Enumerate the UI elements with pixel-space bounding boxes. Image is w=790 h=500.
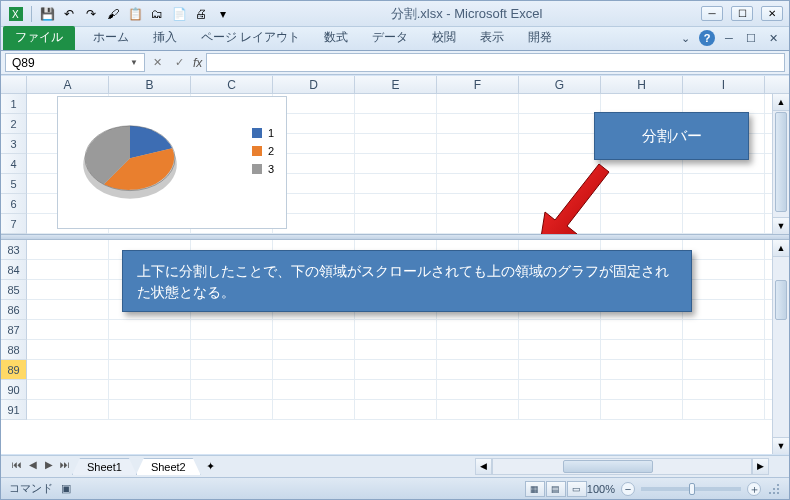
row-header[interactable]: 7 bbox=[1, 214, 27, 234]
enter-formula-icon[interactable]: ✓ bbox=[171, 55, 187, 71]
cell[interactable] bbox=[109, 340, 191, 359]
cell[interactable] bbox=[437, 320, 519, 339]
cell[interactable] bbox=[519, 360, 601, 379]
minimize-button[interactable]: ─ bbox=[701, 6, 723, 21]
cell[interactable] bbox=[27, 240, 109, 259]
resize-grip-icon[interactable] bbox=[767, 482, 781, 496]
tab-review[interactable]: 校閲 bbox=[420, 26, 468, 50]
view-normal-icon[interactable]: ▦ bbox=[525, 481, 545, 497]
zoom-slider[interactable] bbox=[641, 487, 741, 491]
doc-restore-icon[interactable]: ☐ bbox=[743, 30, 759, 46]
cell[interactable] bbox=[437, 134, 519, 153]
cell[interactable] bbox=[601, 380, 683, 399]
cell[interactable] bbox=[601, 94, 683, 113]
cell[interactable] bbox=[683, 174, 765, 193]
qat-extra1-icon[interactable]: 🖌 bbox=[104, 5, 122, 23]
row-header[interactable]: 83 bbox=[1, 240, 27, 260]
new-sheet-icon[interactable]: ✦ bbox=[201, 460, 221, 473]
cell[interactable] bbox=[683, 260, 765, 279]
cell[interactable] bbox=[519, 340, 601, 359]
row-header[interactable]: 87 bbox=[1, 320, 27, 340]
qat-extra4-icon[interactable]: 📄 bbox=[170, 5, 188, 23]
cell[interactable] bbox=[601, 340, 683, 359]
cell[interactable] bbox=[273, 360, 355, 379]
cell[interactable] bbox=[355, 174, 437, 193]
cell[interactable] bbox=[27, 380, 109, 399]
col-header[interactable]: C bbox=[191, 76, 273, 93]
cell[interactable] bbox=[437, 174, 519, 193]
cell[interactable] bbox=[683, 320, 765, 339]
cell[interactable] bbox=[437, 94, 519, 113]
cell[interactable] bbox=[355, 194, 437, 213]
cell[interactable] bbox=[355, 360, 437, 379]
macro-record-icon[interactable]: ▣ bbox=[61, 482, 71, 495]
row-header[interactable]: 1 bbox=[1, 94, 27, 114]
vscroll-bottom[interactable]: ▲ ▼ bbox=[772, 240, 789, 454]
cell[interactable] bbox=[519, 400, 601, 419]
zoom-in-button[interactable]: ＋ bbox=[747, 482, 761, 496]
tab-developer[interactable]: 開発 bbox=[516, 26, 564, 50]
col-header[interactable]: D bbox=[273, 76, 355, 93]
qat-extra2-icon[interactable]: 📋 bbox=[126, 5, 144, 23]
close-button[interactable]: ✕ bbox=[761, 6, 783, 21]
cell[interactable] bbox=[437, 194, 519, 213]
qat-dropdown-icon[interactable]: ▾ bbox=[214, 5, 232, 23]
fx-icon[interactable]: fx bbox=[193, 56, 202, 70]
cell[interactable] bbox=[683, 340, 765, 359]
cell[interactable] bbox=[273, 380, 355, 399]
hscroll-left-icon[interactable]: ◀ bbox=[475, 458, 492, 475]
tab-insert[interactable]: 挿入 bbox=[141, 26, 189, 50]
cell[interactable] bbox=[27, 300, 109, 319]
sheet-tab[interactable]: Sheet1 bbox=[72, 458, 137, 475]
hscroll-thumb[interactable] bbox=[563, 460, 653, 473]
cell[interactable] bbox=[273, 320, 355, 339]
cell[interactable] bbox=[109, 320, 191, 339]
cell[interactable] bbox=[519, 320, 601, 339]
cell[interactable] bbox=[273, 400, 355, 419]
cell[interactable] bbox=[683, 360, 765, 379]
vscroll-thumb[interactable] bbox=[775, 112, 787, 212]
vscroll-top[interactable]: ▲ ▼ bbox=[772, 94, 789, 234]
cell[interactable] bbox=[683, 194, 765, 213]
row-header[interactable]: 6 bbox=[1, 194, 27, 214]
row-header[interactable]: 85 bbox=[1, 280, 27, 300]
select-all-corner[interactable] bbox=[1, 76, 27, 93]
formula-input[interactable] bbox=[206, 53, 785, 72]
scroll-up-icon[interactable]: ▲ bbox=[773, 240, 789, 257]
scroll-down-icon[interactable]: ▼ bbox=[773, 437, 789, 454]
cell[interactable] bbox=[683, 400, 765, 419]
cell[interactable] bbox=[437, 154, 519, 173]
cell[interactable] bbox=[27, 320, 109, 339]
tab-formulas[interactable]: 数式 bbox=[312, 26, 360, 50]
cell[interactable] bbox=[355, 400, 437, 419]
zoom-level[interactable]: 100% bbox=[587, 483, 615, 495]
zoom-handle[interactable] bbox=[689, 483, 695, 495]
cell[interactable] bbox=[437, 214, 519, 233]
col-header[interactable]: F bbox=[437, 76, 519, 93]
doc-close-icon[interactable]: ✕ bbox=[765, 30, 781, 46]
hscroll-track[interactable] bbox=[492, 458, 752, 475]
tab-nav-last-icon[interactable]: ⏭ bbox=[57, 459, 73, 475]
tab-nav-next-icon[interactable]: ▶ bbox=[41, 459, 57, 475]
cell[interactable] bbox=[437, 360, 519, 379]
scroll-down-icon[interactable]: ▼ bbox=[773, 217, 789, 234]
col-header[interactable]: I bbox=[683, 76, 765, 93]
tab-nav-prev-icon[interactable]: ◀ bbox=[25, 459, 41, 475]
cell[interactable] bbox=[109, 400, 191, 419]
cell[interactable] bbox=[191, 400, 273, 419]
view-page-break-icon[interactable]: ▭ bbox=[567, 481, 587, 497]
col-header[interactable]: G bbox=[519, 76, 601, 93]
cell[interactable] bbox=[109, 360, 191, 379]
qat-extra5-icon[interactable]: 🖨 bbox=[192, 5, 210, 23]
row-header[interactable]: 90 bbox=[1, 380, 27, 400]
view-page-layout-icon[interactable]: ▤ bbox=[546, 481, 566, 497]
maximize-button[interactable]: ☐ bbox=[731, 6, 753, 21]
cell[interactable] bbox=[519, 94, 601, 113]
doc-minimize-icon[interactable]: ─ bbox=[721, 30, 737, 46]
cell[interactable] bbox=[519, 134, 601, 153]
name-box-dropdown-icon[interactable]: ▼ bbox=[130, 58, 138, 67]
name-box[interactable]: Q89 ▼ bbox=[5, 53, 145, 72]
col-header[interactable]: E bbox=[355, 76, 437, 93]
cell[interactable] bbox=[601, 400, 683, 419]
cell[interactable] bbox=[27, 260, 109, 279]
